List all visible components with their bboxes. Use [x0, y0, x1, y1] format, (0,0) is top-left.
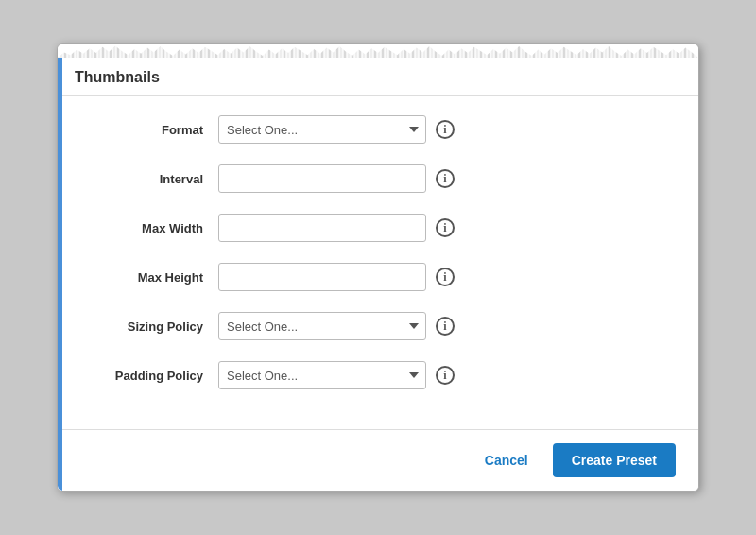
max-height-control-wrapper: i — [218, 263, 455, 291]
thumbnails-dialog: Thumbnails Format Select One... JPEG PNG… — [57, 43, 699, 492]
interval-row: Interval i — [86, 164, 670, 193]
padding-policy-control-wrapper: Select One... Pad NoPad i — [218, 361, 455, 389]
dialog-body: Format Select One... JPEG PNG GIF WebP i… — [58, 96, 698, 429]
interval-label: Interval — [86, 172, 218, 186]
interval-input[interactable] — [218, 164, 426, 193]
cancel-button[interactable]: Cancel — [475, 447, 538, 474]
sizing-policy-label: Sizing Policy — [86, 319, 218, 334]
create-preset-button[interactable]: Create Preset — [553, 443, 676, 477]
padding-policy-info-icon[interactable]: i — [436, 366, 455, 385]
sizing-policy-info-icon[interactable]: i — [436, 317, 455, 336]
sizing-policy-select-wrapper: Select One... Fit Fill Stretch Keep — [218, 312, 426, 340]
max-width-label: Max Width — [86, 221, 218, 235]
padding-policy-label: Padding Policy — [86, 369, 218, 383]
max-width-info-icon[interactable]: i — [436, 218, 455, 237]
left-accent-bar — [58, 58, 62, 491]
format-select[interactable]: Select One... JPEG PNG GIF WebP — [218, 115, 426, 144]
sizing-policy-control-wrapper: Select One... Fit Fill Stretch Keep i — [218, 312, 455, 340]
format-label: Format — [86, 123, 218, 137]
format-control-wrapper: Select One... JPEG PNG GIF WebP i — [218, 115, 455, 144]
torn-edge-top — [58, 44, 698, 58]
dialog-title: Thumbnails — [75, 69, 681, 86]
sizing-policy-row: Sizing Policy Select One... Fit Fill Str… — [86, 312, 670, 340]
dialog-footer: Cancel Create Preset — [58, 429, 698, 491]
format-select-wrapper: Select One... JPEG PNG GIF WebP — [218, 115, 426, 144]
max-width-control-wrapper: i — [218, 214, 455, 242]
max-height-row: Max Height i — [86, 263, 670, 291]
padding-policy-select-wrapper: Select One... Pad NoPad — [218, 361, 426, 389]
interval-control-wrapper: i — [218, 164, 455, 193]
max-width-input[interactable] — [218, 214, 426, 242]
dialog-header: Thumbnails — [58, 58, 698, 96]
max-height-label: Max Height — [86, 270, 218, 285]
interval-info-icon[interactable]: i — [436, 169, 455, 188]
max-height-input[interactable] — [218, 263, 426, 291]
format-row: Format Select One... JPEG PNG GIF WebP i — [86, 115, 670, 144]
format-info-icon[interactable]: i — [436, 120, 455, 139]
padding-policy-select[interactable]: Select One... Pad NoPad — [218, 361, 426, 389]
sizing-policy-select[interactable]: Select One... Fit Fill Stretch Keep — [218, 312, 426, 340]
padding-policy-row: Padding Policy Select One... Pad NoPad i — [86, 361, 670, 389]
max-width-row: Max Width i — [86, 214, 670, 242]
max-height-info-icon[interactable]: i — [436, 268, 455, 286]
